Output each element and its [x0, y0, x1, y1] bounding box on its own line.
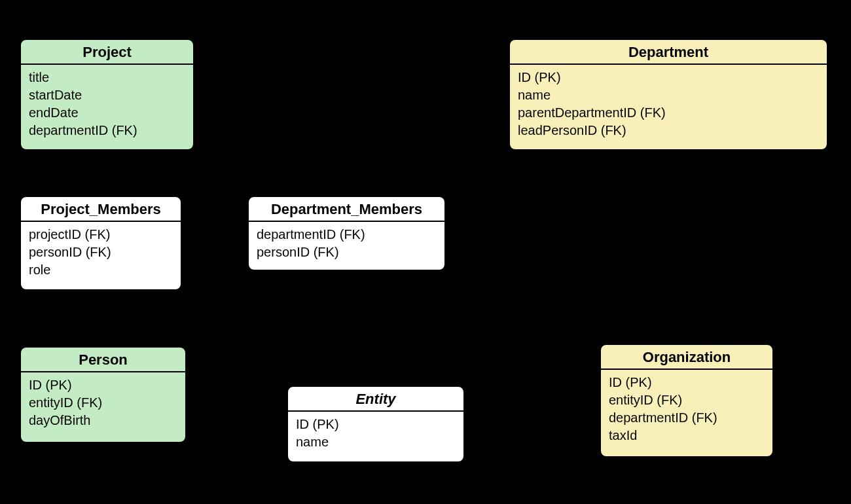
entity-title: Department_Members [249, 197, 444, 222]
entity-attrs: ID (PK) entityID (FK) departmentID (FK) … [601, 370, 772, 451]
attr: ID (PK) [518, 69, 819, 86]
attr: role [29, 261, 173, 279]
entity-attrs: projectID (FK) personID (FK) role [21, 222, 181, 285]
entity-title: Project [21, 40, 193, 65]
attr: name [296, 433, 456, 451]
attr: name [518, 86, 819, 104]
attr: taxId [609, 427, 765, 444]
entity-entity[interactable]: Entity ID (PK) name [287, 386, 465, 463]
attr: personID (FK) [257, 243, 437, 261]
entity-attrs: ID (PK) name parentDepartmentID (FK) lea… [510, 65, 827, 146]
attr: entityID (FK) [29, 394, 177, 412]
entity-organization[interactable]: Organization ID (PK) entityID (FK) depar… [600, 344, 774, 458]
entity-department-members[interactable]: Department_Members departmentID (FK) per… [247, 196, 446, 271]
er-diagram-canvas: Project title startDate endDate departme… [0, 0, 851, 504]
entity-title: Department [510, 40, 827, 65]
entity-project[interactable]: Project title startDate endDate departme… [20, 39, 194, 151]
attr: parentDepartmentID (FK) [518, 104, 819, 122]
entity-attrs: departmentID (FK) personID (FK) [249, 222, 444, 268]
attr: entityID (FK) [609, 391, 765, 409]
entity-attrs: ID (PK) name [288, 412, 463, 458]
attr: ID (PK) [29, 376, 177, 394]
attr: ID (PK) [609, 374, 765, 391]
attr: endDate [29, 104, 185, 122]
attr: personID (FK) [29, 243, 173, 261]
entity-title: Entity [288, 387, 463, 412]
attr: leadPersonID (FK) [518, 122, 819, 139]
entity-department[interactable]: Department ID (PK) name parentDepartment… [509, 39, 828, 151]
attr: projectID (FK) [29, 226, 173, 243]
entity-project-members[interactable]: Project_Members projectID (FK) personID … [20, 196, 182, 291]
entity-title: Person [21, 348, 185, 372]
entity-person[interactable]: Person ID (PK) entityID (FK) dayOfBirth [20, 346, 187, 443]
entity-title: Project_Members [21, 197, 181, 222]
attr: departmentID (FK) [29, 122, 185, 139]
attr: startDate [29, 86, 185, 104]
attr: title [29, 69, 185, 86]
entity-title: Organization [601, 345, 772, 370]
attr: departmentID (FK) [257, 226, 437, 243]
attr: dayOfBirth [29, 412, 177, 429]
entity-attrs: ID (PK) entityID (FK) dayOfBirth [21, 372, 185, 436]
attr: departmentID (FK) [609, 409, 765, 427]
entity-attrs: title startDate endDate departmentID (FK… [21, 65, 193, 146]
attr: ID (PK) [296, 416, 456, 433]
